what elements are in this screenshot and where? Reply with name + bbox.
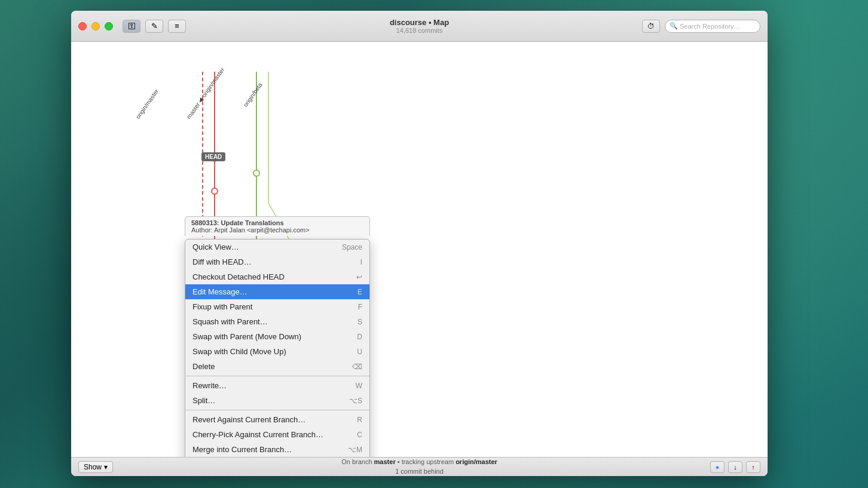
menu-item-swap-child-shortcut: U	[357, 348, 362, 356]
menu-item-split-label: Split…	[192, 396, 215, 405]
menu-item-cherry-pick-shortcut: C	[357, 431, 362, 439]
menu-item-quick-view[interactable]: Quick View… Space	[185, 240, 369, 254]
status-text: On branch master • tracking upstream ori…	[341, 458, 497, 476]
search-bar[interactable]: 🔍 Search Repository…	[665, 20, 760, 33]
status-right: ● ↓ ↑	[710, 461, 760, 473]
menu-item-cherry-pick[interactable]: Cherry-Pick Against Current Branch… C	[185, 427, 369, 442]
menu-separator-1	[185, 376, 369, 376]
menu-item-checkout-label: Checkout Detached HEAD	[192, 272, 285, 281]
menu-item-squash-label: Squash with Parent…	[192, 317, 268, 326]
menu-item-swap-child[interactable]: Swap with Child (Move Up) U	[185, 344, 369, 359]
menu-item-cherry-pick-label: Cherry-Pick Against Current Branch…	[192, 430, 323, 439]
menu-item-split[interactable]: Split… ⌥S	[185, 393, 369, 408]
menu-item-swap-parent-label: Swap with Parent (Move Down)	[192, 332, 301, 341]
menu-separator-2	[185, 410, 369, 410]
menu-item-rewrite[interactable]: Rewrite… W	[185, 378, 369, 393]
commit-hash: 5880313:	[191, 219, 221, 226]
svg-point-21	[212, 188, 218, 194]
menu-item-merge[interactable]: Merge into Current Branch… ⌥M	[185, 442, 369, 457]
menu-item-diff-shortcut: I	[360, 258, 362, 266]
menu-item-diff-with-head[interactable]: Diff with HEAD… I	[185, 254, 369, 269]
menu-item-fixup-label: Fixup with Parent	[192, 302, 252, 311]
show-button[interactable]: Show ▾	[78, 461, 113, 473]
window-subtitle: 14,618 commits	[390, 27, 449, 34]
main-window: ⚿ ✎ ≡ discourse • Map 14,618 commits ⏱ 🔍…	[71, 11, 768, 476]
show-button-label: Show	[84, 463, 102, 471]
push-up-button[interactable]: ↑	[746, 461, 760, 473]
dot-button[interactable]: ●	[710, 461, 725, 473]
menu-item-split-shortcut: ⌥S	[349, 397, 362, 405]
fetch-down-button[interactable]: ↓	[728, 461, 742, 473]
menu-item-delete-label: Delete	[192, 362, 215, 371]
status-on-branch: On branch	[341, 458, 374, 465]
titlebar-center: discourse • Map 14,618 commits	[390, 18, 449, 34]
status-tracking: • tracking upstream	[396, 458, 456, 465]
menu-item-rewrite-shortcut: W	[356, 382, 362, 390]
menu-item-swap-parent[interactable]: Swap with Parent (Move Down) D	[185, 329, 369, 344]
context-menu: Quick View… Space Diff with HEAD… I Chec…	[185, 239, 370, 457]
menu-item-merge-label: Merge into Current Branch…	[192, 445, 292, 454]
minimize-button[interactable]	[91, 22, 100, 30]
menu-item-merge-shortcut: ⌥M	[348, 446, 362, 454]
arrow-down-icon: ↓	[733, 464, 737, 471]
menu-item-edit-shortcut: E	[357, 288, 362, 296]
titlebar-right: ⏱ 🔍 Search Repository…	[642, 20, 760, 33]
menu-item-quick-view-shortcut: Space	[342, 243, 362, 251]
titlebar: ⚿ ✎ ≡ discourse • Map 14,618 commits ⏱ 🔍…	[71, 11, 768, 42]
commit-author-label: Author:	[191, 226, 212, 234]
menu-item-revert-shortcut: R	[357, 416, 362, 424]
close-button[interactable]	[78, 22, 87, 30]
menu-item-edit-label: Edit Message…	[192, 287, 247, 296]
main-content: origin/master master ◀ origin/master ori…	[71, 42, 768, 457]
toolbar-tools: ⚿ ✎ ≡	[123, 20, 186, 33]
key-tool-button[interactable]: ⚿	[123, 20, 140, 33]
clock-icon: ⏱	[647, 22, 655, 30]
traffic-lights	[78, 22, 113, 30]
edit-tool-button[interactable]: ✎	[145, 20, 163, 33]
menu-item-revert[interactable]: Revert Against Current Branch… R	[185, 412, 369, 427]
maximize-button[interactable]	[105, 22, 113, 30]
menu-item-quick-view-label: Quick View…	[192, 243, 239, 251]
status-upstream: origin/master	[456, 458, 497, 465]
menu-tool-button[interactable]: ≡	[168, 20, 186, 33]
status-branch-name: master	[374, 458, 396, 465]
menu-item-squash-shortcut: S	[357, 318, 362, 326]
menu-item-swap-child-label: Swap with Child (Move Up)	[192, 347, 286, 356]
menu-item-diff-label: Diff with HEAD…	[192, 257, 252, 266]
window-title: discourse • Map	[390, 18, 449, 27]
menu-item-checkout-detached[interactable]: Checkout Detached HEAD ↩	[185, 269, 369, 284]
menu-item-fixup-shortcut: F	[358, 303, 362, 311]
history-button[interactable]: ⏱	[642, 20, 660, 33]
status-behind: 1 commit behind	[395, 468, 444, 475]
dot-icon: ●	[716, 464, 720, 471]
commit-author: Arpit Jalan <arpit@techapi.com>	[214, 226, 310, 234]
search-placeholder: Search Repository…	[680, 23, 741, 30]
commit-tooltip: 5880313: Update Translations Author: Arp…	[185, 216, 370, 236]
menu-item-revert-label: Revert Against Current Branch…	[192, 415, 305, 424]
menu-item-delete-shortcut: ⌫	[352, 363, 362, 371]
menu-item-fixup[interactable]: Fixup with Parent F	[185, 299, 369, 314]
head-badge: HEAD	[201, 152, 225, 161]
menu-item-edit-message[interactable]: Edit Message… E	[185, 284, 369, 299]
menu-item-checkout-shortcut: ↩	[356, 273, 362, 281]
menu-item-rewrite-label: Rewrite…	[192, 381, 227, 390]
show-chevron-icon: ▾	[104, 463, 108, 471]
menu-item-squash[interactable]: Squash with Parent… S	[185, 314, 369, 329]
svg-point-30	[253, 170, 259, 176]
menu-icon: ≡	[175, 22, 179, 30]
key-icon: ⚿	[128, 22, 136, 30]
edit-icon: ✎	[151, 22, 158, 30]
arrow-up-icon: ↑	[751, 464, 755, 471]
menu-item-delete[interactable]: Delete ⌫	[185, 359, 369, 374]
search-icon: 🔍	[670, 22, 678, 30]
menu-item-swap-parent-shortcut: D	[357, 333, 362, 341]
commit-message: Update Translations	[221, 219, 284, 226]
status-left: Show ▾	[78, 461, 113, 473]
status-bar: Show ▾ On branch master • tracking upstr…	[71, 457, 768, 476]
